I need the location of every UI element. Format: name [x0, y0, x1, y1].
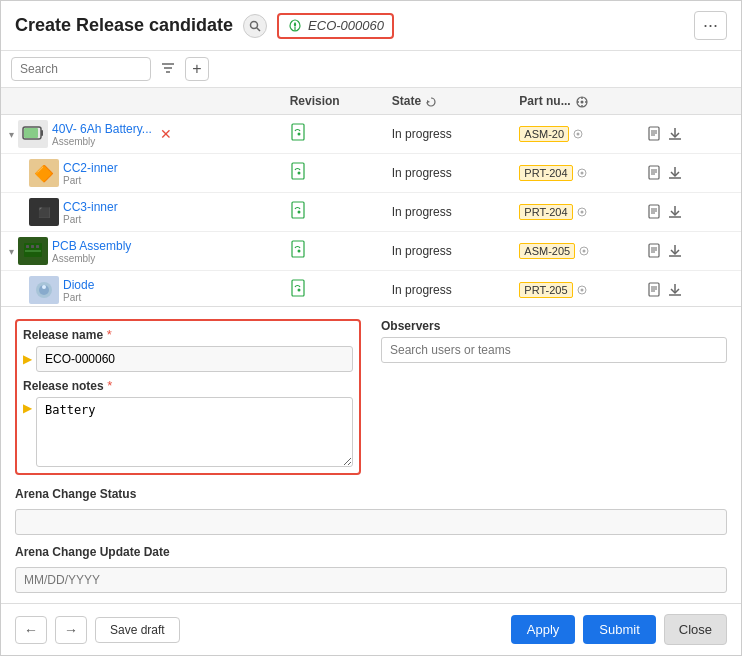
arena-date-input[interactable] [15, 567, 727, 593]
partnum-value-3: PRT-204 [519, 204, 572, 220]
document-icon-3[interactable] [647, 204, 663, 220]
arena-status-label: Arena Change Status [15, 487, 727, 501]
item-name-2[interactable]: CC2-inner [63, 161, 118, 175]
more-options-button[interactable]: ··· [694, 11, 727, 40]
partnum-gear-icon-5[interactable] [577, 285, 587, 295]
delete-icon-1[interactable]: ✕ [160, 126, 172, 142]
item-type-5: Part [63, 292, 94, 303]
save-draft-button[interactable]: Save draft [95, 617, 180, 643]
observers-section: Observers [381, 319, 727, 363]
cell-name-5: Diode Part [1, 271, 282, 307]
partnum-value-2: PRT-204 [519, 165, 572, 181]
cell-state-3: In progress [384, 193, 512, 232]
svg-point-37 [297, 210, 300, 213]
release-name-input[interactable] [36, 346, 353, 372]
submit-button[interactable]: Submit [583, 615, 655, 644]
cell-state-4: In progress [384, 232, 512, 271]
cell-name-1: ▾ 40V- 6Ah Battery... Assembly [1, 115, 282, 154]
svg-rect-48 [31, 245, 34, 248]
svg-point-52 [297, 249, 300, 252]
svg-point-17 [297, 132, 300, 135]
partnum-value-1: ASM-20 [519, 126, 569, 142]
parts-table: Revision State Part nu... [1, 88, 741, 306]
footer: ← → Save draft Apply Submit Close [1, 603, 741, 655]
item-name-3[interactable]: CC3-inner [63, 200, 118, 214]
cell-name-4: ▾ PCB Asse [1, 232, 282, 271]
partnum-gear-icon-4[interactable] [579, 246, 589, 256]
table-row: ▾ PCB Asse [1, 232, 741, 271]
partnum-gear-icon-3[interactable] [577, 207, 587, 217]
svg-point-19 [577, 133, 580, 136]
svg-point-67 [580, 289, 583, 292]
table-row: ▾ 40V- 6Ah Battery... Assembly [1, 115, 741, 154]
svg-rect-51 [292, 241, 304, 257]
cell-partnum-2: PRT-204 [511, 154, 639, 193]
download-icon-3[interactable] [667, 204, 683, 220]
cell-name-3: ⬛ CC3-inner Part [1, 193, 282, 232]
arena-date-section: Arena Change Update Date [1, 545, 741, 603]
svg-point-63 [42, 285, 46, 289]
partnum-gear-icon[interactable] [573, 129, 583, 139]
cell-actions-1 [639, 115, 741, 154]
partnum-value-4: ASM-205 [519, 243, 575, 259]
document-icon-4[interactable] [647, 243, 663, 259]
release-notes-textarea[interactable]: Battery [36, 397, 353, 467]
cell-revision-4 [282, 232, 384, 271]
pcb-svg-icon [22, 241, 44, 261]
arena-status-input[interactable] [15, 509, 727, 535]
item-type-2: Part [63, 175, 118, 186]
item-name-1[interactable]: 40V- 6Ah Battery... [52, 122, 152, 136]
eco-badge: ECO-000060 [277, 13, 394, 39]
header-search-button[interactable] [243, 14, 267, 38]
add-button[interactable]: + [185, 57, 209, 81]
table-header: Revision State Part nu... [1, 88, 741, 115]
col-header-name [1, 88, 282, 115]
diode-svg-icon [33, 280, 55, 300]
header: Create Release candidate ECO-000060 ··· [1, 1, 741, 51]
item-type-3: Part [63, 214, 118, 225]
cell-state-5: In progress [384, 271, 512, 307]
svg-point-10 [581, 105, 583, 107]
back-button[interactable]: ← [15, 616, 47, 644]
chevron-down-icon[interactable]: ▾ [9, 129, 14, 140]
document-icon-2[interactable] [647, 165, 663, 181]
close-button[interactable]: Close [664, 614, 727, 645]
col-header-partnum: Part nu... [511, 88, 639, 115]
form-section: Release name * ▶ Release notes * ▶ Batte… [1, 306, 741, 487]
download-icon-5[interactable] [667, 282, 683, 298]
partnum-settings-icon [576, 96, 588, 108]
revision-icon [290, 123, 308, 143]
forward-button[interactable]: → [55, 616, 87, 644]
cell-name-2: 🔶 CC2-inner Part [1, 154, 282, 193]
download-icon-2[interactable] [667, 165, 683, 181]
release-name-group: Release name * ▶ Release notes * ▶ Batte… [15, 319, 361, 475]
item-name-4[interactable]: PCB Assembly [52, 239, 131, 253]
table-row: ⬛ CC3-inner Part In progress PR [1, 193, 741, 232]
observers-input[interactable] [381, 337, 727, 363]
form-left: Release name * ▶ Release notes * ▶ Batte… [15, 319, 361, 475]
item-thumbnail-3: ⬛ [29, 198, 59, 226]
svg-point-12 [585, 101, 587, 103]
revision-icon-4 [290, 240, 308, 260]
download-icon-1[interactable] [667, 126, 683, 142]
svg-point-11 [577, 101, 579, 103]
download-icon-4[interactable] [667, 243, 683, 259]
search-input[interactable] [11, 57, 151, 81]
filter-button[interactable] [157, 59, 179, 79]
svg-point-29 [580, 172, 583, 175]
svg-rect-14 [41, 130, 43, 136]
svg-point-39 [580, 211, 583, 214]
cell-actions-4 [639, 232, 741, 271]
item-name-5[interactable]: Diode [63, 278, 94, 292]
svg-point-65 [297, 288, 300, 291]
cell-state-1: In progress [384, 115, 512, 154]
partnum-gear-icon-2[interactable] [577, 168, 587, 178]
table-row: Diode Part In progress PRT-205 [1, 271, 741, 307]
item-thumbnail-5 [29, 276, 59, 304]
document-icon-1[interactable] [647, 126, 663, 142]
cell-partnum-3: PRT-204 [511, 193, 639, 232]
svg-rect-47 [26, 245, 29, 248]
document-icon-5[interactable] [647, 282, 663, 298]
chevron-down-icon-4[interactable]: ▾ [9, 246, 14, 257]
apply-button[interactable]: Apply [511, 615, 576, 644]
